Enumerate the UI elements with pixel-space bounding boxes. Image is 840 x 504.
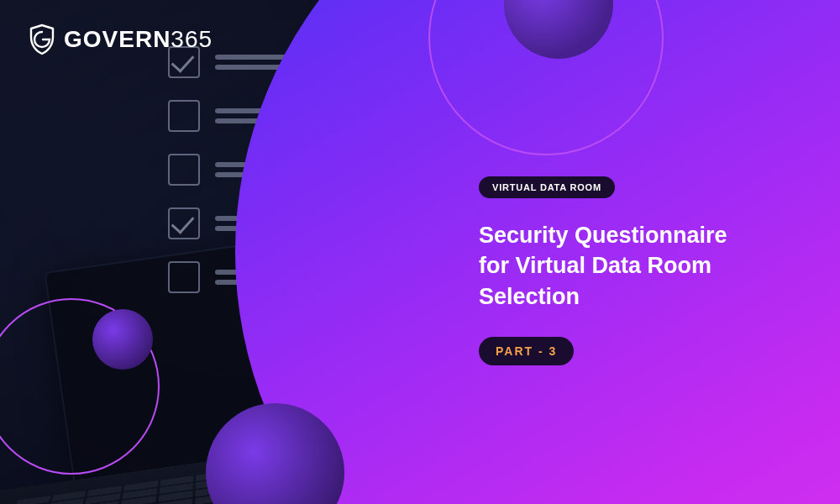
promo-banner: GOVERN365 VIRTUAL DATA ROOM Security Que… xyxy=(0,0,840,504)
checkbox-empty-icon xyxy=(168,154,200,186)
part-pill: PART - 3 xyxy=(479,337,574,365)
headline: Security Questionnaire for Virtual Data … xyxy=(479,220,748,312)
checkbox-checked-icon xyxy=(168,207,200,239)
brand-wordmark: GOVERN365 xyxy=(64,26,213,53)
shield-icon xyxy=(29,24,55,55)
checkbox-empty-icon xyxy=(168,261,200,293)
checkbox-empty-icon xyxy=(168,100,200,132)
content-block: VIRTUAL DATA ROOM Security Questionnaire… xyxy=(479,176,781,365)
brand-name-primary: GOVERN xyxy=(64,26,171,52)
deco-dot-small xyxy=(92,309,153,370)
brand-logo: GOVERN365 xyxy=(29,24,213,55)
brand-name-secondary: 365 xyxy=(171,26,213,52)
category-pill: VIRTUAL DATA ROOM xyxy=(479,176,615,198)
